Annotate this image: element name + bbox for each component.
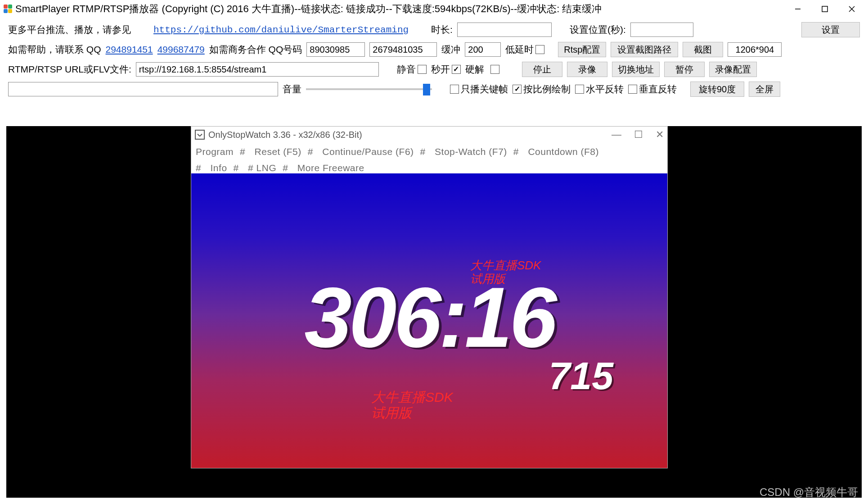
menu-reset[interactable]: Reset (F5) — [255, 146, 301, 157]
set-position-input[interactable] — [630, 23, 693, 37]
qq-link-2[interactable]: 499687479 — [157, 44, 205, 55]
hflip-checkbox[interactable]: 水平反转 — [575, 83, 624, 95]
menu-program[interactable]: Program — [196, 146, 234, 157]
vflip-label: 垂直反转 — [639, 83, 677, 95]
rotate-button[interactable]: 旋转90度 — [690, 82, 744, 97]
vflip-checkbox[interactable]: 垂直反转 — [628, 83, 677, 95]
fast-open-checkbox[interactable]: 秒开 — [431, 63, 461, 76]
biz-label: 如需商务合作 QQ号码 — [209, 43, 302, 56]
github-link[interactable]: https://github.com/daniulive/SmarterStre… — [153, 25, 409, 35]
stopwatch-minimize-icon[interactable]: — — [612, 129, 621, 141]
menu-continue[interactable]: Continue/Pause (F6) — [322, 146, 414, 157]
hw-decode-label: 硬解 — [465, 63, 484, 76]
settings-button[interactable]: 设置 — [801, 22, 860, 37]
row-links: 更多平台推流、播放，请参见 https://github.com/daniuli… — [8, 21, 860, 39]
csdn-watermark: CSDN @音视频牛哥 — [760, 485, 858, 499]
window-titlebar: SmartPlayer RTMP/RTSP播放器 (Copyright (C) … — [0, 0, 868, 18]
menu-countdown[interactable]: Countdown (F8) — [528, 146, 599, 157]
window-controls — [784, 1, 865, 17]
biz-qq-2[interactable] — [369, 42, 437, 57]
stopwatch-titlebar: OnlyStopWatch 3.36 - x32/x86 (32-Bit) — … — [191, 127, 667, 143]
stopwatch-maximize-icon[interactable]: ☐ — [634, 129, 643, 141]
fullscreen-button[interactable]: 全屏 — [749, 82, 780, 97]
mute-label: 静音 — [397, 63, 416, 76]
menu-lng[interactable]: # LNG — [248, 163, 276, 173]
stopwatch-canvas: 大牛直播SDK试用版 306:16 715 大牛直播SDK试用版 — [191, 173, 667, 468]
menu-stopwatch[interactable]: Stop-Watch (F7) — [435, 146, 507, 157]
screenshot-path-button[interactable]: 设置截图路径 — [611, 42, 678, 57]
stopwatch-app-icon — [195, 130, 205, 140]
volume-label: 音量 — [283, 83, 301, 95]
stopwatch-window: OnlyStopWatch 3.36 - x32/x86 (32-Bit) — … — [191, 126, 668, 468]
scale-draw-checkbox[interactable]: 按比例绘制 — [513, 83, 571, 95]
stopwatch-close-icon[interactable]: ✕ — [656, 129, 664, 141]
window-title: SmartPlayer RTMP/RTSP播放器 (Copyright (C) … — [15, 2, 602, 16]
scale-draw-label: 按比例绘制 — [523, 83, 571, 95]
stopwatch-main-time: 306:16 — [304, 268, 554, 366]
rtsp-config-button[interactable]: Rtsp配置 — [558, 42, 606, 57]
svg-rect-1 — [822, 6, 828, 12]
mute-checkbox[interactable]: 静音 — [397, 63, 427, 76]
screenshot-button[interactable]: 截图 — [683, 42, 723, 57]
maximize-button[interactable] — [811, 1, 838, 17]
row-contact: 如需帮助，请联系 QQ 294891451 499687479 如需商务合作 Q… — [8, 41, 860, 59]
row-volume: 音量 只播关键帧 按比例绘制 水平反转 垂直反转 旋转90度 全屏 — [8, 80, 860, 98]
help-label: 如需帮助，请联系 QQ — [8, 43, 101, 56]
url-input[interactable] — [136, 62, 379, 77]
biz-qq-1[interactable] — [306, 42, 365, 57]
hw-decode-checkbox[interactable]: 硬解 — [465, 63, 499, 76]
hflip-label: 水平反转 — [586, 83, 624, 95]
set-position-label: 设置位置(秒): — [570, 23, 626, 36]
row-url: RTMP/RTSP URL或FLV文件: 静音 秒开 硬解 停止 录像 切换地址… — [8, 60, 860, 78]
volume-slider[interactable] — [306, 84, 432, 95]
menu-more[interactable]: More Freeware — [297, 163, 364, 173]
buffer-input[interactable] — [465, 42, 501, 57]
stop-button[interactable]: 停止 — [522, 62, 562, 77]
video-area: OnlyStopWatch 3.36 - x32/x86 (32-Bit) — … — [6, 126, 862, 498]
buffer-label: 缓冲 — [441, 43, 460, 56]
url-label: RTMP/RTSP URL或FLV文件: — [8, 63, 131, 76]
record-config-button[interactable]: 录像配置 — [709, 62, 757, 77]
duration-input[interactable] — [457, 23, 552, 37]
record-button[interactable]: 录像 — [567, 62, 607, 77]
toolbar: 更多平台推流、播放，请参见 https://github.com/daniuli… — [0, 18, 868, 103]
close-button[interactable] — [838, 1, 865, 17]
low-latency-label: 低延时 — [505, 43, 534, 56]
watermark-bottom: 大牛直播SDK试用版 — [371, 390, 453, 421]
keyframe-only-label: 只播关键帧 — [461, 83, 508, 95]
status-box — [8, 82, 278, 96]
stopwatch-title: OnlyStopWatch 3.36 - x32/x86 (32-Bit) — [208, 130, 362, 140]
stopwatch-sub-time: 715 — [549, 354, 614, 398]
minimize-button[interactable] — [784, 1, 811, 17]
low-latency-checkbox[interactable]: 低延时 — [505, 43, 544, 56]
qq-link-1[interactable]: 294891451 — [106, 44, 153, 55]
pause-button[interactable]: 暂停 — [664, 62, 705, 77]
fast-open-label: 秒开 — [431, 63, 450, 76]
keyframe-only-checkbox[interactable]: 只播关键帧 — [450, 83, 508, 95]
app-icon — [4, 5, 13, 14]
menu-info[interactable]: Info — [211, 163, 227, 173]
resolution-display[interactable] — [728, 42, 782, 57]
duration-label: 时长: — [431, 23, 453, 36]
more-platforms-label: 更多平台推流、播放，请参见 — [8, 23, 131, 36]
switch-address-button[interactable]: 切换地址 — [612, 62, 660, 77]
